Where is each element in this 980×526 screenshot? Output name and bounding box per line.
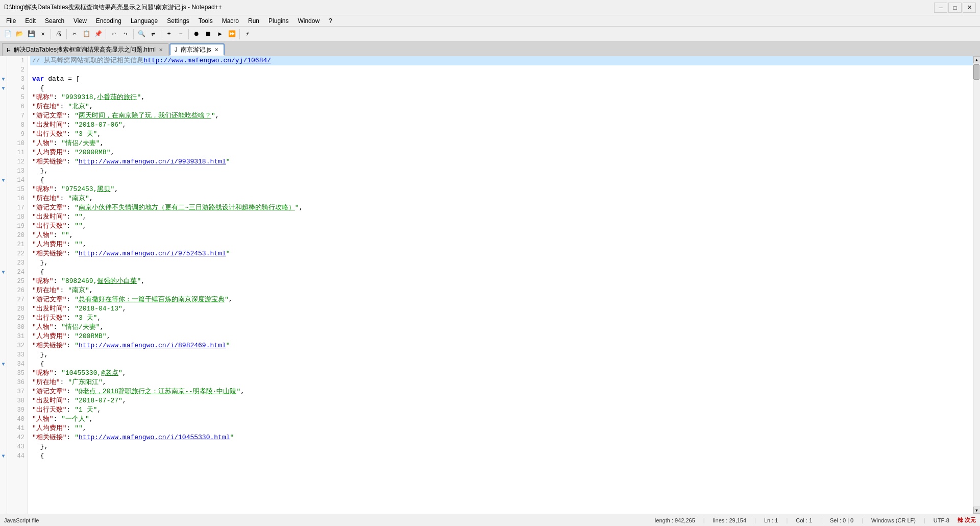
open-button[interactable]: 📂	[14, 29, 25, 40]
scroll-up-arrow[interactable]: ▲	[973, 56, 981, 63]
collapse-marker-3[interactable]: ▼	[0, 75, 7, 84]
line-number-37: 37	[10, 387, 24, 396]
lines-info: lines : 29,154	[713, 517, 746, 523]
collapse-marker-25	[0, 277, 7, 286]
code-line-40: "人物": "一个人",	[30, 415, 973, 424]
collapse-marker-40	[0, 415, 7, 424]
line-number-6: 6	[10, 102, 24, 111]
print-button[interactable]: 🖨	[53, 29, 64, 40]
collapse-marker-44[interactable]: ▼	[0, 451, 7, 461]
line-number-42: 42	[10, 433, 24, 442]
code-line-31: "人均费用": "200RMB",	[30, 332, 973, 341]
redo-button[interactable]: ↪	[120, 29, 131, 40]
collapse-marker-34[interactable]: ▼	[0, 360, 7, 369]
menu-item-encoding[interactable]: Encoding	[92, 15, 126, 26]
collapse-marker-41	[0, 424, 7, 433]
menu-item-search[interactable]: Search	[41, 15, 68, 26]
line-number-34: 34	[10, 360, 24, 369]
collapse-marker-9	[0, 130, 7, 139]
code-line-16: "所在地": "南京",	[30, 194, 973, 203]
status-left: JavaScript file	[4, 517, 39, 523]
menu-item-language[interactable]: Language	[127, 15, 162, 26]
menu-item-view[interactable]: View	[69, 15, 91, 26]
replace-button[interactable]: ⇄	[148, 29, 159, 40]
line-number-24: 24	[10, 268, 24, 277]
npp-logo: 辣 次元	[958, 516, 976, 524]
line-number-44: 44	[10, 451, 24, 461]
menu-item-macro[interactable]: Macro	[218, 15, 243, 26]
cut-button[interactable]: ✂	[69, 29, 80, 40]
code-line-22: "相关链接": "http://www.mafengwo.cn/i/975245…	[30, 249, 973, 258]
line-number-17: 17	[10, 203, 24, 212]
encoding: UTF-8	[934, 517, 949, 523]
code-line-18: "出发时间": "",	[30, 212, 973, 222]
zoom-out-button[interactable]: −	[175, 29, 186, 40]
line-number-40: 40	[10, 415, 24, 424]
save-button[interactable]: 💾	[26, 29, 37, 40]
minimize-button[interactable]: ─	[934, 3, 947, 13]
zoom-in-button[interactable]: +	[163, 29, 175, 40]
collapse-marker-13	[0, 166, 7, 176]
code-line-24: {	[30, 268, 973, 277]
menu-item-plugins[interactable]: Plugins	[264, 15, 292, 26]
line-number-10: 10	[10, 139, 24, 148]
macro-stop-button[interactable]: ⏹	[203, 29, 214, 40]
tab-js-close[interactable]: ✕	[214, 47, 218, 53]
line-number-30: 30	[10, 323, 24, 332]
title-bar: D:\blog\解决DataTables搜索框查询结果高亮显示之问题\南京游记.…	[0, 0, 980, 15]
undo-button[interactable]: ↩	[108, 29, 119, 40]
vertical-scrollbar[interactable]: ▲ ▼	[973, 56, 980, 514]
menu-item-run[interactable]: Run	[244, 15, 263, 26]
code-line-10: "人物": "情侣/夫妻",	[30, 139, 973, 148]
collapse-marker-8	[0, 121, 7, 130]
tab-js[interactable]: J 南京游记.js ✕	[169, 43, 225, 56]
tab-html[interactable]: H 解决DataTables搜索框查询结果高亮显示之问题.html ✕	[2, 43, 168, 56]
line-number-16: 16	[10, 194, 24, 203]
collapse-marker-14[interactable]: ▼	[0, 176, 7, 185]
close-file-button[interactable]: ✕	[37, 29, 48, 40]
run-macro-button[interactable]: ⏩	[226, 29, 237, 40]
collapse-marker-28	[0, 304, 7, 314]
code-line-2	[30, 65, 973, 75]
paste-button[interactable]: 📌	[92, 29, 104, 40]
menu-item-window[interactable]: Window	[293, 15, 324, 26]
find-button[interactable]: 🔍	[136, 29, 147, 40]
code-area[interactable]: // 从马蜂窝网站抓取的游记相关信息http://www.mafengwo.cn…	[28, 56, 973, 514]
collapse-marker-24[interactable]: ▼	[0, 268, 7, 277]
sel-info: Sel : 0 | 0	[830, 517, 853, 523]
collapse-marker-31	[0, 332, 7, 341]
line-number-7: 7	[10, 111, 24, 121]
new-button[interactable]: 📄	[2, 29, 13, 40]
menu-item-file[interactable]: File	[2, 15, 20, 26]
macro-play-button[interactable]: ▶	[214, 29, 226, 40]
line-number-33: 33	[10, 350, 24, 360]
collapse-marker-10	[0, 139, 7, 148]
line-number-13: 13	[10, 166, 24, 176]
collapse-marker-21	[0, 240, 7, 249]
close-button[interactable]: ✕	[963, 3, 976, 13]
toolbar-sep-7	[239, 29, 240, 39]
run-button[interactable]: ⚡	[242, 29, 253, 40]
line-number-39: 39	[10, 405, 24, 415]
line-number-28: 28	[10, 304, 24, 314]
line-number-19: 19	[10, 222, 24, 231]
menu-item-tools[interactable]: Tools	[194, 15, 217, 26]
scroll-down-arrow[interactable]: ▼	[973, 507, 981, 514]
tab-html-close[interactable]: ✕	[159, 47, 163, 53]
maximize-button[interactable]: □	[948, 3, 962, 13]
collapse-marker-36	[0, 378, 7, 387]
window-controls: ─ □ ✕	[934, 3, 976, 13]
macro-record-button[interactable]: ⏺	[191, 29, 202, 40]
menu-item-edit[interactable]: Edit	[21, 15, 40, 26]
menu-item-settings[interactable]: Settings	[163, 15, 193, 26]
scroll-thumb[interactable]	[973, 64, 979, 80]
scroll-track[interactable]	[973, 63, 981, 507]
collapse-marker-4[interactable]: ▼	[0, 84, 7, 93]
collapse-marker-26	[0, 286, 7, 295]
menu-item-?[interactable]: ?	[325, 15, 336, 26]
toolbar-sep-2	[66, 29, 67, 39]
copy-button[interactable]: 📋	[81, 29, 92, 40]
code-line-3: var data = [	[30, 75, 973, 84]
collapse-marker-30	[0, 323, 7, 332]
line-number-36: 36	[10, 378, 24, 387]
